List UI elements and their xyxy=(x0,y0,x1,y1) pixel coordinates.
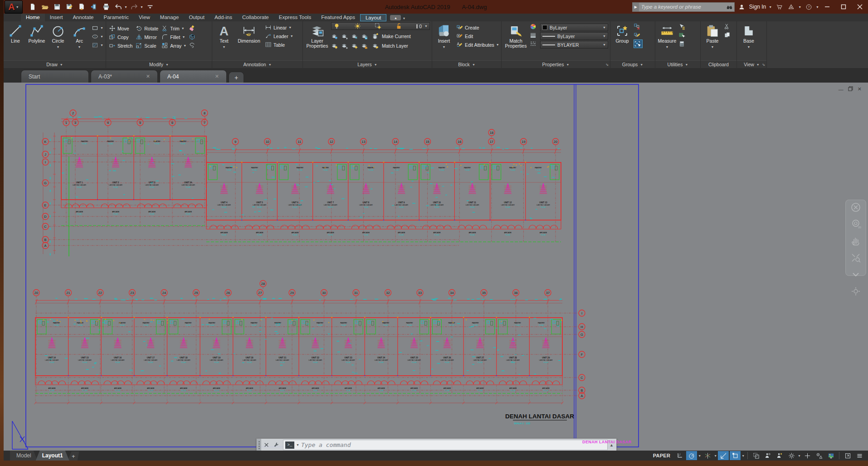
offset-button[interactable] xyxy=(189,41,198,50)
close-tab-icon[interactable]: ✕ xyxy=(146,74,150,79)
panel-title-layers[interactable]: Layers▼ xyxy=(303,60,432,68)
doc-restore-icon[interactable] xyxy=(848,86,853,92)
command-recent-dropdown-icon[interactable]: ▼ xyxy=(296,443,299,446)
object-color-select[interactable]: ByLayer▼ xyxy=(540,24,608,31)
help-dropdown-icon[interactable]: ▼ xyxy=(816,5,819,9)
copy-clip-button[interactable] xyxy=(724,31,733,39)
base-view-button[interactable]: Base▼ xyxy=(739,22,759,49)
panel-title-annotation[interactable]: Annotation▼ xyxy=(212,60,302,68)
save-button[interactable] xyxy=(52,2,63,12)
move-button[interactable]: Move xyxy=(108,24,133,33)
layer-isolate-button[interactable] xyxy=(341,32,350,40)
navigation-bar[interactable]: 2D xyxy=(845,200,866,276)
edit-block-button[interactable]: Edit xyxy=(455,32,500,40)
a360-icon[interactable] xyxy=(786,2,795,11)
group-edit-button[interactable] xyxy=(634,31,643,39)
sign-in-button[interactable]: Sign In xyxy=(749,4,766,10)
file-tab-start[interactable]: Start xyxy=(21,70,89,83)
ribbon-tab-collaborate[interactable]: Collaborate xyxy=(237,14,274,21)
a360-dropdown-icon[interactable]: ▼ xyxy=(798,5,801,9)
ribbon-tab-featured-apps[interactable]: Featured Apps xyxy=(316,14,360,21)
store-cart-icon[interactable] xyxy=(775,2,784,11)
sign-in-dropdown-icon[interactable]: ▼ xyxy=(769,5,772,9)
customization-menu-button[interactable] xyxy=(854,451,865,460)
table-button[interactable]: Table xyxy=(264,40,294,49)
panel-title-draw[interactable]: Draw▼ xyxy=(4,60,106,68)
maximize-button[interactable] xyxy=(835,0,852,14)
steering-wheel-icon[interactable]: 2D xyxy=(850,219,861,231)
command-close-icon[interactable] xyxy=(261,439,271,451)
file-tab-a-04[interactable]: A-04✕ xyxy=(160,70,227,83)
paste-button[interactable]: Paste▼ xyxy=(702,22,722,49)
panel-title-modify[interactable]: Modify▼ xyxy=(106,60,212,68)
workspace-gear-button[interactable] xyxy=(786,451,797,460)
polar-tracking-dropdown-icon[interactable]: ▼ xyxy=(698,454,701,457)
search-collapse-icon[interactable]: ▶ xyxy=(633,3,639,11)
ribbon-tab-view[interactable]: View xyxy=(134,14,155,21)
layer-unisolate-button[interactable] xyxy=(341,41,350,50)
ribbon-tab-layout[interactable]: Layout xyxy=(360,14,387,21)
text-button[interactable]: AText▼ xyxy=(214,22,234,49)
panel-title-utilities[interactable]: Utilities▼ xyxy=(655,60,700,68)
color-wheel-icon[interactable] xyxy=(530,22,539,31)
match-properties-button[interactable]: Match Properties xyxy=(503,22,528,49)
undo-dropdown-icon[interactable]: ▼ xyxy=(124,5,127,9)
help-icon[interactable]: ? xyxy=(804,2,813,11)
explode-button[interactable] xyxy=(189,33,198,41)
navbar-close-icon[interactable] xyxy=(850,202,861,215)
panel-title-properties[interactable]: Properties▼⇘ xyxy=(502,60,610,68)
annotation-monitor-button[interactable] xyxy=(762,451,773,460)
selection-cycling-button[interactable] xyxy=(751,451,761,460)
ribbon-tab-express-tools[interactable]: Express Tools xyxy=(274,14,316,21)
layer-on-button[interactable] xyxy=(331,41,340,50)
ribbon-collapse-dropdown-icon[interactable]: ▼ xyxy=(402,17,405,20)
qat-customize-button[interactable] xyxy=(145,2,156,12)
line-button[interactable]: Line xyxy=(5,22,25,44)
layer-freeze-button[interactable] xyxy=(351,32,360,40)
doc-close-icon[interactable]: ✕ xyxy=(858,86,862,92)
annotation-visibility-button[interactable] xyxy=(774,451,785,460)
binoculars-search-icon[interactable] xyxy=(725,2,734,11)
group-selection-toggle[interactable] xyxy=(634,39,643,48)
object-snap-tracking-button[interactable] xyxy=(718,451,729,460)
scale-button[interactable]: Scale xyxy=(135,41,159,50)
ribbon-tab-add-ins[interactable]: Add-ins xyxy=(210,14,237,21)
redo-button[interactable] xyxy=(129,2,140,12)
mirror-button[interactable]: Mirror xyxy=(135,33,159,41)
isometric-drafting-button[interactable] xyxy=(702,451,713,460)
dimension-button[interactable]: Dimension xyxy=(235,22,263,44)
copy-button[interactable]: Copy xyxy=(108,33,133,41)
isometric-drafting-dropdown-icon[interactable]: ▼ xyxy=(714,454,717,457)
command-tools-wrench-icon[interactable] xyxy=(271,439,281,451)
hatch-button[interactable]: ▼ xyxy=(91,41,104,49)
measure-button[interactable]: Measure▼ xyxy=(657,22,677,49)
lineweight-select[interactable]: ByLayer▼ xyxy=(540,32,608,40)
workspace-gear-dropdown-icon[interactable]: ▼ xyxy=(798,454,801,457)
quick-select-button[interactable] xyxy=(678,22,688,31)
open-folder-button[interactable] xyxy=(39,2,50,12)
layer-unlock-button[interactable] xyxy=(361,41,370,50)
open-web-mobile-button[interactable] xyxy=(88,2,99,12)
trim-button[interactable]: Trim▼ xyxy=(161,24,187,33)
layer-lock-button[interactable] xyxy=(361,32,370,40)
save-as-button[interactable] xyxy=(64,2,75,12)
ribbon-tab-annotate[interactable]: Annotate xyxy=(68,14,98,21)
drawing-canvas[interactable]: KJIGE13456728PANTRYP+0.40UNIT 1LANTAI DA… xyxy=(4,83,868,451)
panel-title-block[interactable]: Block▼ xyxy=(432,60,501,68)
rotate-button[interactable]: Rotate xyxy=(135,24,159,33)
ribbon-tab-manage[interactable]: Manage xyxy=(155,14,184,21)
command-line[interactable]: >_ ▼ Type a command ▲ xyxy=(256,438,617,451)
arc-button[interactable]: Arc▼ xyxy=(69,22,89,49)
layer-properties-button[interactable]: Layer Properties xyxy=(305,22,330,49)
linetype-icon[interactable] xyxy=(530,39,539,48)
circle-button[interactable]: Circle▼ xyxy=(48,22,68,49)
clean-screen-button[interactable] xyxy=(842,451,853,460)
layout-tab-layout1[interactable]: Layout1 xyxy=(36,451,69,461)
command-input[interactable]: >_ ▼ Type a command xyxy=(283,440,608,450)
navbar-more-icon[interactable] xyxy=(850,269,861,282)
ribbon-collapse-button[interactable]: ▲ xyxy=(390,15,401,20)
panel-title-groups[interactable]: Groups▼ xyxy=(610,60,655,68)
linear-dimension-button[interactable]: Linear▼ xyxy=(264,23,294,32)
layer-off-button[interactable] xyxy=(331,32,340,40)
zoom-extents-icon[interactable] xyxy=(850,252,861,265)
